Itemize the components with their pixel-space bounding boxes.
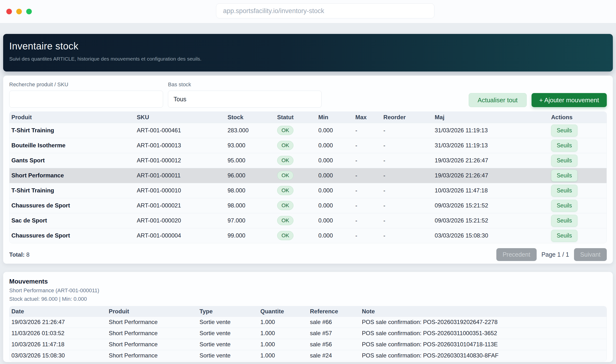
product-cell: Short Performance [107,350,197,361]
add-movement-button[interactable]: + Ajouter mouvement [532,93,607,107]
page-indicator: Page 1 / 1 [542,251,569,258]
close-window-icon[interactable] [6,9,12,14]
product-cell: Sac de Sport [10,213,135,228]
product-cell: Short Performance [10,168,135,183]
maximize-window-icon[interactable] [26,9,32,14]
reorder-cell: - [381,183,433,198]
status-badge: OK [277,186,294,195]
product-cell: Chaussures de Sport [10,228,135,243]
stock-cell: 99.000 [226,228,275,243]
sku-cell: ART-001-000012 [135,153,226,168]
max-cell: - [353,168,381,183]
browser-chrome: app.sportsfacility.io/inventory-stock [0,0,616,23]
status-cell: OK [275,153,317,168]
date-cell: 10/03/2026 11:47:18 [10,339,107,350]
inventory-header-row: Produit SKU Stock Statut Min Max Reorder… [10,112,606,123]
min-cell: 0.000 [316,198,353,213]
movement-row: 03/03/2026 15:08:30 Short Performance So… [10,350,606,361]
col-actions: Actions [549,112,606,123]
col-date: Date [10,306,107,316]
sku-cell: ART-001-000010 [135,183,226,198]
seuils-button[interactable]: Seuils [551,200,578,212]
seuils-button[interactable]: Seuils [551,185,578,196]
maj-cell: 03/03/2026 15:08:30 [433,228,549,243]
search-input[interactable] [9,91,163,108]
seuils-button[interactable]: Seuils [551,170,578,182]
note-cell: POS sale confirmation: POS-2026031920264… [360,316,606,328]
total-value: 8 [26,251,29,258]
sku-cell: ART-001-000011 [135,168,226,183]
reorder-cell: - [381,123,433,138]
col-maj: Maj [433,112,549,123]
previous-page-button[interactable]: Precedent [496,248,537,261]
col-produit: Produit [107,306,197,316]
col-sku: SKU [135,112,226,123]
maj-cell: 10/03/2026 11:47:18 [433,183,549,198]
min-cell: 0.000 [316,138,353,153]
reference-cell: sale #56 [308,339,360,350]
status-badge: OK [277,216,294,225]
page-subtitle: Suivi des quantites ARTICLE, historique … [9,56,607,62]
actions-cell: Seuils [549,213,606,228]
inventory-row[interactable]: Chaussures de Sport ART-001-000004 99.00… [10,228,606,243]
next-page-button[interactable]: Suivant [574,248,607,261]
inventory-row[interactable]: Bouteille Isotherme ART-001-000013 93.00… [10,138,606,153]
min-cell: 0.000 [316,213,353,228]
actions-cell: Seuils [549,168,606,183]
col-produit: Produit [10,112,135,123]
product-cell: Gants Sport [10,153,135,168]
reorder-cell: - [381,168,433,183]
reorder-cell: - [381,198,433,213]
reorder-cell: - [381,213,433,228]
table-footer: Total: 8 Precedent Page 1 / 1 Suivant [9,248,607,261]
movements-title: Mouvements [9,278,607,285]
inventory-row[interactable]: Sac de Sport ART-001-000020 97.000 OK 0.… [10,213,606,228]
max-cell: - [353,198,381,213]
movements-stock-line: Stock actuel: 96.000 | Min: 0.000 [9,296,607,302]
note-cell: POS sale confirmation: POS-2026031100035… [360,328,606,339]
min-cell: 0.000 [316,123,353,138]
refresh-all-button[interactable]: Actualiser tout [469,93,527,107]
movements-header-row: Date Produit Type Quantite Reference Not… [10,306,606,316]
actions-cell: Seuils [549,123,606,138]
seuils-button[interactable]: Seuils [551,155,578,167]
address-bar[interactable]: app.sportsfacility.io/inventory-stock [216,3,434,18]
seuils-button[interactable]: Seuils [551,230,578,242]
min-cell: 0.000 [316,168,353,183]
seuils-button[interactable]: Seuils [551,215,578,227]
product-cell: T-Shirt Training [10,183,135,198]
max-cell: - [353,123,381,138]
seuils-button[interactable]: Seuils [551,125,578,136]
inventory-row[interactable]: Gants Sport ART-001-000012 95.000 OK 0.0… [10,153,606,168]
type-cell: Sortie vente [197,350,258,361]
status-cell: OK [275,183,317,198]
col-stock: Stock [226,112,275,123]
inventory-row[interactable]: T-Shirt Training ART-001-000461 283.000 … [10,123,606,138]
sku-cell: ART-001-000021 [135,198,226,213]
date-cell: 11/03/2026 01:03:52 [10,328,107,339]
max-cell: - [353,138,381,153]
status-badge: OK [277,171,294,180]
stock-cell: 283.000 [226,123,275,138]
page-header-banner: Inventaire stock Suivi des quantites ART… [3,34,613,71]
stock-cell: 93.000 [226,138,275,153]
low-stock-select[interactable]: Tous [168,91,322,108]
inventory-row[interactable]: T-Shirt Training ART-001-000010 98.000 O… [10,183,606,198]
app-window: app.sportsfacility.io/inventory-stock In… [0,0,616,364]
total-count: Total: 8 [9,251,30,258]
inventory-row[interactable]: Chaussures de Sport ART-001-000021 98.00… [10,198,606,213]
movements-table-wrapper: Date Produit Type Quantite Reference Not… [9,306,607,361]
inventory-table: Produit SKU Stock Statut Min Max Reorder… [10,112,606,243]
minimize-window-icon[interactable] [16,9,22,14]
actions-cell: Seuils [549,228,606,243]
movements-table: Date Produit Type Quantite Reference Not… [10,306,606,361]
product-cell: Chaussures de Sport [10,198,135,213]
movements-card: Mouvements Short Performance (ART-001-00… [3,272,613,362]
quantity-cell: 1.000 [258,328,308,339]
maj-cell: 31/03/2026 11:19:13 [433,138,549,153]
status-badge: OK [277,231,294,240]
actions-cell: Seuils [549,153,606,168]
inventory-row[interactable]: Short Performance ART-001-000011 96.000 … [10,168,606,183]
seuils-button[interactable]: Seuils [551,140,578,152]
low-stock-selected-value: Tous [174,96,186,103]
